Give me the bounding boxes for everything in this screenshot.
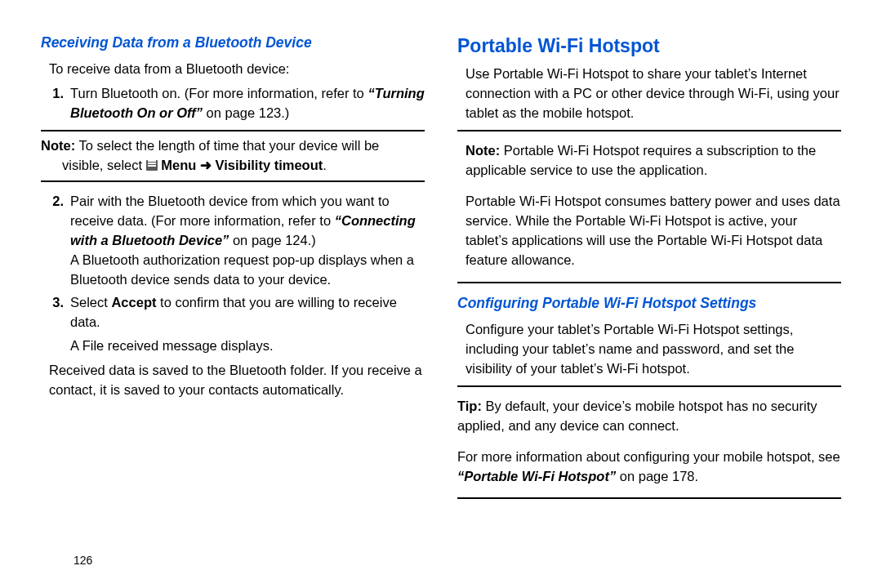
tip-text: For more information about configuring y… — [457, 449, 840, 464]
tip-label: Tip: — [457, 399, 482, 413]
note-paragraph-2: Portable Wi-Fi Hotspot consumes battery … — [466, 192, 841, 270]
menu-label: Menu — [158, 158, 200, 172]
step-body: Select Accept to confirm that you are wi… — [70, 293, 425, 357]
step-text: Select — [70, 295, 111, 310]
steps-list-cont: 2. Pair with the Bluetooth device from w… — [49, 192, 425, 356]
step-number: 3. — [49, 293, 70, 357]
steps-list: 1. Turn Bluetooth on. (For more informat… — [49, 84, 425, 123]
tail-paragraph: Received data is saved to the Bluetooth … — [49, 361, 425, 400]
page-number: 126 — [74, 552, 92, 568]
arrow-icon: ➜ — [200, 158, 212, 172]
step-text: on page 123.) — [203, 105, 289, 120]
tip-paragraph-2: For more information about configuring y… — [457, 448, 841, 487]
step-1: 1. Turn Bluetooth on. (For more informat… — [49, 84, 425, 123]
note-paragraph: Note: Portable Wi-Fi Hotspot requires a … — [466, 141, 841, 180]
conf-intro: Configure your tablet’s Portable Wi-Fi H… — [466, 320, 841, 379]
step-2: 2. Pair with the Bluetooth device from w… — [49, 192, 425, 290]
visibility-label: Visibility timeout — [212, 158, 323, 172]
left-intro: To receive data from a Bluetooth device: — [49, 60, 425, 79]
step-body: Pair with the Bluetooth device from whic… — [70, 192, 425, 290]
left-subheading: Receiving Data from a Bluetooth Device — [41, 33, 425, 53]
step-body: Turn Bluetooth on. (For more information… — [70, 84, 425, 123]
right-subheading: Configuring Portable Wi-Fi Hotspot Setti… — [457, 293, 841, 314]
cross-reference: “Portable Wi-Fi Hotspot” — [457, 469, 616, 483]
right-intro: Use Portable Wi-Fi Hotspot to share your… — [466, 65, 841, 123]
note-text: . — [323, 158, 327, 172]
step-text: A File received message displays. — [70, 336, 274, 356]
step-text: Turn Bluetooth on. (For more information… — [70, 86, 368, 100]
note-text: Portable Wi-Fi Hotspot requires a subscr… — [466, 143, 816, 177]
note-line-2: visible, select Menu ➜ Visibility timeou… — [41, 156, 425, 176]
note-label: Note: — [41, 138, 75, 153]
tip-paragraph: Tip: By default, your device’s mobile ho… — [457, 397, 841, 436]
note-label: Note: — [466, 143, 500, 158]
note-paragraph: Note: To select the length of time that … — [41, 136, 425, 176]
note-text: visible, select — [62, 158, 146, 172]
menu-icon — [146, 160, 158, 171]
two-column-layout: Receiving Data from a Bluetooth Device T… — [41, 33, 841, 509]
tip-box: Tip: By default, your device’s mobile ho… — [457, 385, 841, 500]
step-3: 3. Select Accept to confirm that you are… — [49, 293, 425, 357]
tip-text: on page 178. — [616, 469, 698, 483]
step-text: A Bluetooth authorization request pop-up… — [70, 252, 414, 287]
section-heading: Portable Wi-Fi Hotspot — [457, 33, 841, 60]
tip-text: By default, your device’s mobile hotspot… — [457, 399, 817, 433]
note-box: Note: To select the length of time that … — [41, 130, 425, 182]
note-text: To select the length of time that your d… — [75, 138, 379, 153]
note-box: Note: Portable Wi-Fi Hotspot requires a … — [457, 130, 841, 283]
step-text: on page 124.) — [229, 233, 315, 247]
step-number: 1. — [49, 84, 70, 123]
accept-label: Accept — [111, 295, 156, 310]
left-column: Receiving Data from a Bluetooth Device T… — [41, 33, 425, 509]
right-column: Portable Wi-Fi Hotspot Use Portable Wi-F… — [457, 33, 841, 509]
step-number: 2. — [49, 192, 70, 290]
